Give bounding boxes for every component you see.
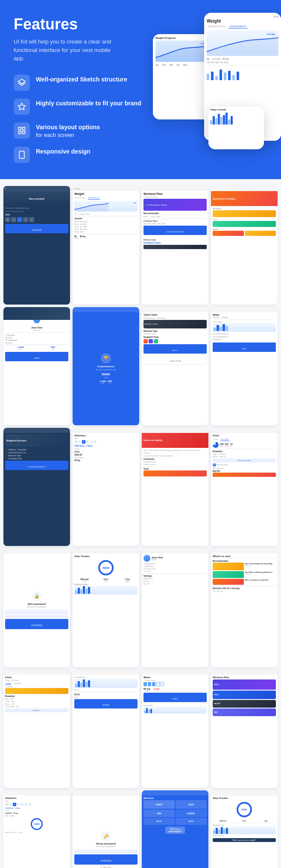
svg-rect-2	[19, 127, 21, 130]
hero-subtitle: UI Kit will help you to create a clear a…	[14, 38, 116, 63]
svg-rect-5	[19, 131, 21, 134]
screen-food-1: Food Today Food plan 156 Kcal 120 Protei…	[211, 428, 278, 546]
svg-marker-1	[18, 103, 26, 110]
screen-step-tracker-circle-1: Step Tracker 5000 400 kcalKcal 4.5 hHour…	[73, 549, 139, 667]
screen-water-2: Water ⚡ power today 60 kgweight - 6 kglo…	[142, 670, 208, 788]
screenshots-section: Stay motivated! You can do it, we believ…	[0, 179, 281, 868]
feature-text-2: Highly customizable to fit your brand	[36, 99, 141, 108]
screen-profile: Jane Doe Account ✓ edit profile ⚙ Email …	[3, 307, 70, 425]
screenshots-row-1: Stay motivated! You can do it, we believ…	[3, 186, 278, 304]
screenshots-row-4: 🔒 New password Enter your new password C…	[3, 549, 278, 667]
svg-rect-3	[23, 127, 25, 130]
screen-weight: Weight General State Achievements +1,5 +…	[73, 186, 139, 304]
screen-step-tracker-2: Step Tracker 5000 400 kcal 4.5 h 7 km We…	[211, 790, 278, 868]
layout-icon	[14, 122, 30, 139]
svg-rect-4	[23, 131, 25, 134]
phone-mockup-secondary: Weight Progress + 1,5 kg Jan Feb Mar Apr…	[153, 34, 213, 119]
screen-weighted-exercises: Weighted Exercises ⚫ Walking · Treadmill…	[3, 428, 70, 546]
hero-phone-mockups: Weight Progress + 1,5 kg Jan Feb Mar Apr…	[140, 9, 281, 154]
screen-statistics-2: Statistics June M T W T F S S 1,400 Kcal…	[3, 790, 70, 868]
screen-workout-plan: Workout Plan Continue Training 🏋 T7 10 e…	[142, 186, 208, 304]
phone-mockup-tertiary: Today's Activity	[208, 107, 264, 149]
svg-rect-6	[19, 151, 24, 159]
device-icon	[14, 147, 30, 163]
hero-section: Features UI Kit will help you to create …	[0, 0, 281, 179]
screen-statistics-jane: Statistics Jane M T W T F S 1000 Kcal 1 …	[73, 428, 139, 546]
screenshots-row-5: Food Today Food plan Today Yesterday Foo…	[3, 670, 278, 788]
screen-video-stats: Video Stats Video Exercises Video Stats …	[142, 307, 208, 425]
screen-food-2: Food Today Food plan Today Yesterday Foo…	[3, 670, 70, 788]
screen-congrats: 🏆 Congratulations! You have reached the …	[73, 307, 139, 425]
screen-special-diet: Special Diet & Recipes Breakfast Yogurt …	[211, 186, 278, 304]
screen-stay-motivated: Stay motivated! You can do it, we believ…	[3, 186, 70, 304]
feature-text-3: Various layout options for each screen	[36, 122, 100, 139]
svg-marker-0	[18, 79, 26, 84]
screen-water-1: Water 1000 ML 2000 ML Consumption jane.d…	[211, 307, 278, 425]
screen-workout-blue: Workout CHEST LEGS ABS HANDS	[142, 790, 208, 868]
screen-workout-plan-2: Workout Plan BACK LEGS BICEPS ABS	[211, 670, 278, 788]
screenshots-row-2: Jane Doe Account ✓ edit profile ⚙ Email …	[3, 307, 278, 425]
screenshots-row-3: Weighted Exercises ⚫ Walking · Treadmill…	[3, 428, 278, 546]
screen-new-password-1: 🔒 New password Enter your new password C…	[3, 549, 70, 667]
screen-whats-to-read: What's to read Recommended How to Eat He…	[211, 549, 278, 667]
layers-icon	[14, 75, 30, 91]
screen-daily-activity: Weekly Activity 00:31 00:31 timer START	[73, 670, 139, 788]
screen-how-eat-healthy: How to eat healthy Here is some tips for…	[142, 428, 208, 546]
star-icon	[14, 99, 30, 115]
screen-jane-doe-profile: Jane Doe Account ⊙ Subscriptions ⊙ Notif…	[142, 549, 208, 667]
screen-reset-password: 🔑 Reset password Enter your email addres…	[73, 790, 139, 868]
feature-text-4: Responsive design	[36, 147, 91, 156]
screenshots-row-6: Statistics June M T W T F S S 1,400 Kcal…	[3, 790, 278, 868]
feature-text-1: Well-organized Sketch structure	[36, 75, 127, 84]
